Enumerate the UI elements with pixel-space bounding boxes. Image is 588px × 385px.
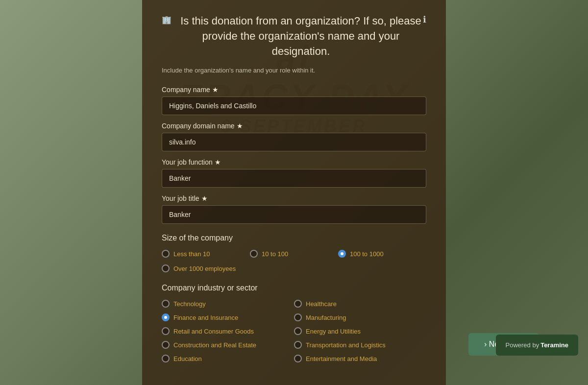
info-icon[interactable]: ℹ bbox=[423, 14, 426, 26]
industry-finance-label: Finance and Insurance bbox=[173, 314, 238, 321]
job-function-label: Your job function ★ bbox=[162, 158, 426, 166]
company-name-label: Company name ★ bbox=[162, 86, 426, 94]
powered-by-brand: Teramine bbox=[540, 341, 568, 349]
size-10to100-label: 10 to 100 bbox=[262, 250, 288, 258]
industry-manufacturing-label: Manufacturing bbox=[306, 314, 346, 321]
industry-education-radio[interactable] bbox=[162, 355, 170, 362]
industry-healthcare-label: Healthcare bbox=[306, 300, 337, 308]
powered-by: Powered by Teramine bbox=[496, 335, 579, 356]
industry-energy[interactable]: Energy and Utilities bbox=[294, 326, 426, 337]
size-100to1000-label: 100 to 1000 bbox=[350, 250, 384, 258]
industry-tech-label: Technology bbox=[173, 300, 206, 308]
industry-healthcare[interactable]: Healthcare bbox=[294, 298, 426, 309]
modal-header: 🏢 Is this donation from an organization?… bbox=[142, 0, 446, 67]
job-title-label: Your job title ★ bbox=[162, 194, 426, 202]
required-star: ★ bbox=[212, 86, 219, 94]
industry-label: Company industry or sector bbox=[162, 284, 426, 292]
industry-education-label: Education bbox=[173, 355, 202, 362]
industry-entertainment[interactable]: Entertainment and Media bbox=[294, 353, 426, 364]
industry-transport[interactable]: Transportation and Logistics bbox=[294, 339, 426, 350]
company-size-label: Size of the company bbox=[162, 234, 426, 242]
industry-tech-radio[interactable] bbox=[162, 300, 170, 308]
company-name-input[interactable] bbox=[162, 96, 426, 115]
size-10to100[interactable]: 10 to 100 bbox=[250, 248, 338, 259]
powered-by-prefix: Powered by bbox=[506, 341, 539, 349]
size-100to1000-radio[interactable] bbox=[338, 250, 346, 258]
required-star-3: ★ bbox=[215, 158, 221, 166]
industry-education[interactable]: Education bbox=[162, 353, 294, 364]
industry-construction-radio[interactable] bbox=[162, 341, 170, 349]
size-less10-radio[interactable] bbox=[162, 250, 170, 258]
industry-energy-label: Energy and Utilities bbox=[306, 328, 361, 335]
size-100to1000[interactable]: 100 to 1000 bbox=[338, 248, 426, 259]
industry-tech[interactable]: Technology bbox=[162, 298, 294, 309]
industry-healthcare-radio[interactable] bbox=[294, 300, 302, 308]
company-domain-input[interactable] bbox=[162, 133, 426, 151]
size-10to100-radio[interactable] bbox=[250, 250, 258, 258]
company-domain-label: Company domain name ★ bbox=[162, 122, 426, 130]
required-star-4: ★ bbox=[201, 194, 208, 202]
required-star-2: ★ bbox=[237, 122, 243, 130]
size-less10-label: Less than 10 bbox=[173, 250, 210, 258]
industry-finance[interactable]: Finance and Insurance bbox=[162, 312, 294, 323]
industry-retail[interactable]: Retail and Consumer Goods bbox=[162, 326, 294, 337]
job-title-input[interactable] bbox=[162, 205, 426, 224]
industry-manufacturing[interactable]: Manufacturing bbox=[294, 312, 426, 323]
building-icon: 🏢 bbox=[162, 15, 172, 25]
industry-energy-radio[interactable] bbox=[294, 327, 302, 335]
industry-transport-label: Transportation and Logistics bbox=[306, 341, 386, 349]
modal: 🏢 Is this donation from an organization?… bbox=[142, 0, 446, 385]
size-over1000-radio[interactable] bbox=[162, 265, 170, 272]
industry-grid: Technology Healthcare Finance and Insura… bbox=[162, 298, 426, 364]
industry-construction-label: Construction and Real Estate bbox=[173, 341, 256, 349]
size-less10[interactable]: Less than 10 bbox=[162, 248, 250, 259]
modal-title-text: Is this donation from an organization? I… bbox=[175, 14, 426, 59]
modal-subtitle: Include the organization's name and your… bbox=[142, 67, 446, 79]
industry-entertainment-label: Entertainment and Media bbox=[306, 355, 377, 362]
industry-retail-radio[interactable] bbox=[162, 327, 170, 335]
industry-manufacturing-radio[interactable] bbox=[294, 313, 302, 321]
company-size-group: Less than 10 10 to 100 100 to 1000 Over … bbox=[162, 248, 426, 274]
size-over1000-label: Over 1000 employees bbox=[173, 265, 236, 272]
job-function-input[interactable] bbox=[162, 169, 426, 188]
modal-title-container: 🏢 Is this donation from an organization?… bbox=[162, 14, 426, 59]
industry-entertainment-radio[interactable] bbox=[294, 355, 302, 362]
modal-body: Company name ★ Company domain name ★ You… bbox=[142, 79, 446, 385]
industry-construction[interactable]: Construction and Real Estate bbox=[162, 339, 294, 350]
size-over1000[interactable]: Over 1000 employees bbox=[162, 263, 294, 274]
industry-finance-radio[interactable] bbox=[162, 313, 170, 321]
industry-transport-radio[interactable] bbox=[294, 341, 302, 349]
industry-retail-label: Retail and Consumer Goods bbox=[173, 328, 254, 335]
